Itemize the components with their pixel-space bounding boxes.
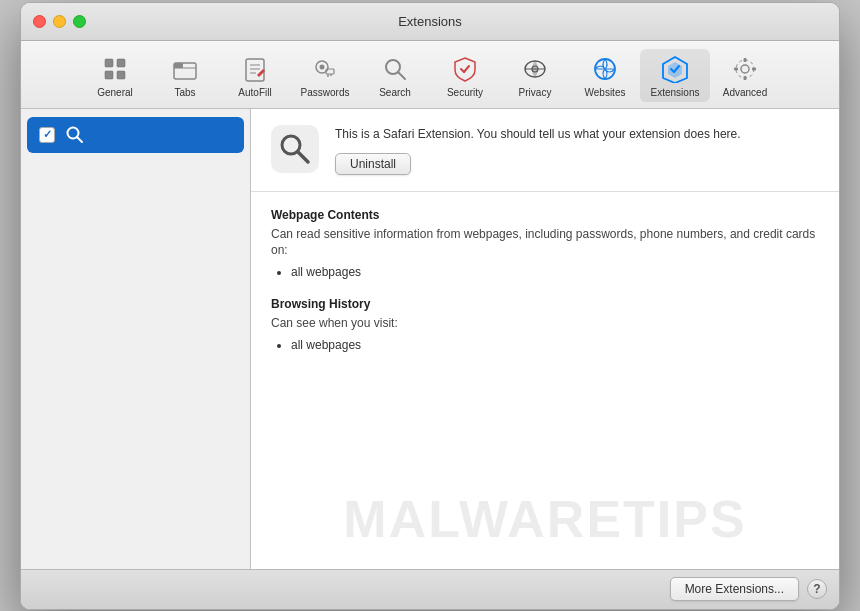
toolbar-item-advanced[interactable]: Advanced [710, 49, 780, 102]
general-icon [99, 53, 131, 85]
webpage-contents-list: all webpages [271, 265, 819, 279]
toolbar-item-tabs[interactable]: Tabs [150, 49, 220, 102]
bottom-bar: More Extensions... ? [21, 569, 839, 609]
toolbar-item-passwords[interactable]: Passwords [290, 49, 360, 102]
browsing-history-list: all webpages [271, 338, 819, 352]
toolbar-label-extensions: Extensions [651, 87, 700, 98]
toolbar-item-privacy[interactable]: Privacy [500, 49, 570, 102]
svg-line-35 [298, 152, 308, 162]
extension-header: This is a Safari Extension. You should t… [251, 109, 839, 192]
sidebar-ext-icon [63, 123, 87, 147]
uninstall-button[interactable]: Uninstall [335, 153, 411, 175]
toolbar-item-search[interactable]: Search [360, 49, 430, 102]
toolbar-label-search: Search [379, 87, 411, 98]
help-button[interactable]: ? [807, 579, 827, 599]
extension-info: This is a Safari Extension. You should t… [335, 125, 819, 175]
svg-line-33 [77, 137, 82, 142]
minimize-button[interactable] [53, 15, 66, 28]
extensions-icon [659, 53, 691, 85]
websites-icon [589, 53, 621, 85]
svg-line-17 [399, 72, 406, 79]
permissions-section: Webpage Contents Can read sensitive info… [251, 192, 839, 386]
browsing-history-desc: Can see when you visit: [271, 315, 819, 332]
svg-rect-30 [734, 67, 738, 70]
svg-rect-1 [105, 71, 113, 79]
svg-rect-29 [744, 76, 747, 80]
browsing-history-title: Browsing History [271, 297, 819, 311]
traffic-lights [33, 15, 86, 28]
svg-rect-3 [117, 71, 125, 79]
toolbar-item-security[interactable]: Security [430, 49, 500, 102]
autofill-icon [239, 53, 271, 85]
checkmark-icon: ✓ [43, 128, 52, 141]
more-extensions-button[interactable]: More Extensions... [670, 577, 799, 601]
main-content: ✓ MALWARETIPS [21, 109, 839, 569]
list-item: all webpages [291, 265, 819, 279]
toolbar-label-tabs: Tabs [174, 87, 195, 98]
advanced-icon [729, 53, 761, 85]
security-icon [449, 53, 481, 85]
svg-rect-28 [744, 58, 747, 62]
sidebar: ✓ [21, 109, 251, 569]
svg-rect-0 [105, 59, 113, 67]
toolbar-label-security: Security [447, 87, 483, 98]
extension-description: This is a Safari Extension. You should t… [335, 125, 819, 143]
toolbar-item-extensions[interactable]: Extensions [640, 49, 710, 102]
browsing-history-section: Browsing History Can see when you visit:… [271, 297, 819, 352]
watermark: MALWARETIPS [343, 489, 746, 549]
toolbar-item-general[interactable]: General [80, 49, 150, 102]
window-title: Extensions [398, 14, 462, 29]
svg-rect-31 [752, 67, 756, 70]
toolbar-item-websites[interactable]: Websites [570, 49, 640, 102]
svg-rect-7 [246, 59, 264, 81]
title-bar: Extensions [21, 3, 839, 41]
toolbar-label-privacy: Privacy [519, 87, 552, 98]
toolbar: General Tabs [21, 41, 839, 109]
toolbar-item-autofill[interactable]: AutoFill [220, 49, 290, 102]
svg-line-19 [464, 66, 469, 72]
toolbar-label-passwords: Passwords [301, 87, 350, 98]
svg-point-27 [736, 60, 754, 78]
webpage-contents-title: Webpage Contents [271, 208, 819, 222]
extension-icon [271, 125, 319, 173]
close-button[interactable] [33, 15, 46, 28]
svg-rect-5 [174, 63, 183, 68]
privacy-icon [519, 53, 551, 85]
sidebar-item-search-ext[interactable]: ✓ [27, 117, 244, 153]
toolbar-label-advanced: Advanced [723, 87, 767, 98]
toolbar-label-autofill: AutoFill [238, 87, 271, 98]
webpage-contents-desc: Can read sensitive information from webp… [271, 226, 819, 260]
svg-point-13 [320, 64, 325, 69]
toolbar-label-general: General [97, 87, 133, 98]
detail-panel: MALWARETIPS This is a Safari Extension. … [251, 109, 839, 569]
toolbar-label-websites: Websites [585, 87, 626, 98]
safari-preferences-window: Extensions General [20, 2, 840, 610]
search-toolbar-icon [379, 53, 411, 85]
svg-point-26 [741, 65, 749, 73]
webpage-contents-section: Webpage Contents Can read sensitive info… [271, 208, 819, 280]
passwords-icon [309, 53, 341, 85]
list-item: all webpages [291, 338, 819, 352]
svg-rect-2 [117, 59, 125, 67]
tabs-icon [169, 53, 201, 85]
maximize-button[interactable] [73, 15, 86, 28]
extension-checkbox[interactable]: ✓ [39, 127, 55, 143]
